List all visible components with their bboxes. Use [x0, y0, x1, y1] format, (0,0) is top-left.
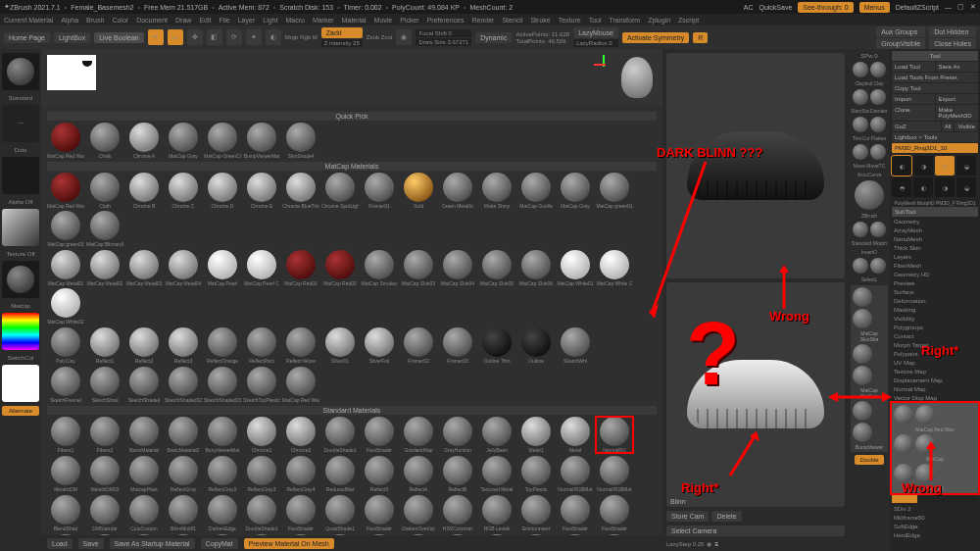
menu-render[interactable]: Render: [471, 17, 494, 24]
material-matcap-red01[interactable]: MatCap Red01: [282, 250, 319, 286]
material-outline-thin[interactable]: Outline Thin: [478, 327, 515, 364]
menu-preferences[interactable]: Preferences: [427, 17, 465, 24]
damian-brush[interactable]: [870, 89, 886, 105]
material-reflect2[interactable]: Reflect2: [125, 327, 163, 364]
material-fastshader[interactable]: FastShader: [557, 495, 594, 531]
import-button[interactable]: Import: [892, 94, 935, 104]
material-chrome-spotlight08[interactable]: Chrome SpotLight08: [321, 173, 359, 209]
material-darkenedge[interactable]: DarkenEdge: [204, 495, 241, 531]
minimize-icon[interactable]: —: [945, 4, 952, 11]
lazymouse-button[interactable]: LazyMouse: [573, 27, 618, 38]
standard-brush[interactable]: [853, 222, 868, 237]
bumpviewer-icon[interactable]: [853, 401, 872, 421]
material-matcap-metal01[interactable]: MatCap Metal01: [47, 250, 84, 286]
panel-thick-skin[interactable]: Thick Skin: [892, 244, 978, 252]
double-button[interactable]: Double: [855, 455, 883, 465]
panel-vector-disp-map[interactable]: Vector Disp Map: [892, 394, 978, 402]
bumpvi-b-icon[interactable]: [894, 464, 913, 483]
material-sketchshaded03[interactable]: SketchShaded03: [204, 367, 241, 403]
trimcurve-brush[interactable]: [853, 117, 868, 132]
goz-button[interactable]: GoZ: [892, 122, 941, 131]
damstandard-brush[interactable]: [853, 89, 868, 105]
smooth-brush[interactable]: [870, 258, 886, 274]
zsub-button[interactable]: Zsub: [367, 34, 379, 40]
material-sketchfresnel[interactable]: SketchFresnel: [47, 367, 84, 403]
panel-nanomesh[interactable]: NanoMesh: [892, 235, 978, 243]
material-slot[interactable]: [2, 261, 39, 298]
gizmo-icon[interactable]: ✦: [246, 29, 262, 45]
material-basicmaterial2[interactable]: BasicMaterial2: [165, 417, 202, 453]
edit-mode-icon[interactable]: ✏: [148, 29, 164, 45]
menu-file[interactable]: File: [219, 17, 229, 24]
axis-gizmo-icon[interactable]: [594, 55, 613, 75]
menu-tool[interactable]: Tool: [589, 17, 602, 24]
material-matcap-metal02[interactable]: MatCap Metal02: [86, 250, 123, 286]
lazystep-value[interactable]: LazyStep 0.25: [666, 541, 704, 547]
material-normalrgbmat[interactable]: NormalRGBMat: [557, 456, 594, 492]
material-chrome-e[interactable]: Chrome E: [243, 173, 280, 209]
material-framer02[interactable]: Framer02: [400, 327, 437, 364]
subtool-header[interactable]: SubTool: [892, 207, 978, 217]
material-toyplastic[interactable]: ToyPlastic: [517, 456, 555, 492]
menu-stroke[interactable]: Stroke: [530, 17, 550, 24]
quicksave-button[interactable]: QuickSave: [759, 4, 792, 11]
zbrush-brush[interactable]: [855, 180, 884, 210]
material-reflect1[interactable]: Reflect1: [86, 327, 123, 364]
panel-preview[interactable]: Preview: [892, 279, 978, 287]
material-framer01[interactable]: Framer01: [361, 173, 398, 209]
move-brush[interactable]: [853, 144, 868, 160]
loadtool-button[interactable]: Load Tool: [892, 62, 935, 72]
panel-fibermesh[interactable]: FiberMesh: [892, 262, 978, 270]
makepoly-button[interactable]: Make PolyMesh3D: [936, 105, 979, 121]
panel-displacement-map[interactable]: Displacement Map: [892, 376, 978, 384]
clay-brush[interactable]: [870, 62, 886, 77]
draw-mode-icon[interactable]: ▭: [168, 29, 183, 45]
material-doubleshade1[interactable]: DoubleShade1: [243, 495, 280, 531]
material-bunyviewermat[interactable]: BunyViewerMat: [204, 417, 241, 453]
brush-preview-icon[interactable]: ◉: [396, 29, 412, 45]
menu-alpha[interactable]: Alpha: [61, 17, 78, 24]
material-chrome1[interactable]: Chrome1: [243, 417, 280, 453]
sculptris-icon[interactable]: ◐: [266, 29, 281, 45]
cam-head-icon[interactable]: [621, 57, 653, 98]
texture-slot[interactable]: [2, 209, 39, 246]
document-area[interactable]: [41, 49, 662, 106]
material-fibers2[interactable]: Fibers2: [86, 417, 123, 453]
spray-icon[interactable]: ◉: [707, 540, 711, 547]
material-metal1[interactable]: Metal1: [517, 417, 555, 453]
auxgroups-button[interactable]: Aux Groups: [876, 26, 925, 37]
material-reflectpact[interactable]: ReflectPact: [243, 327, 280, 364]
material-basicmaterial[interactable]: BasicMaterial: [125, 417, 163, 453]
material-matcap-red-wax[interactable]: MatCap Red Wax: [47, 173, 84, 209]
material-cloth[interactable]: Cloth: [86, 173, 123, 209]
matcap-skinsha-icon[interactable]: [853, 287, 872, 307]
menu-macro[interactable]: Macro: [285, 17, 304, 24]
material-matcap-blizzardc[interactable]: MatCap BlizzardC: [86, 211, 123, 247]
groupvisible-button[interactable]: GroupVisible: [876, 38, 925, 49]
material-matcap-red-wax[interactable]: MatCap Red Wax: [282, 367, 319, 403]
material-matcap-gray[interactable]: MatCap Gray: [165, 123, 202, 159]
material-matcap-white02[interactable]: MatCap White02: [47, 288, 84, 325]
material-matcap-red02[interactable]: MatCap Red02: [321, 250, 359, 286]
material-silverfoil[interactable]: SilverFoil: [361, 327, 398, 364]
loadpreset-button[interactable]: Load Tools From Preset: [892, 73, 978, 82]
m-button[interactable]: M: [313, 34, 318, 40]
menu-layer[interactable]: Layer: [238, 17, 256, 24]
material-jellybean[interactable]: JellyBean: [478, 417, 515, 453]
material-reflectyellow[interactable]: ReflectYellow: [282, 327, 319, 364]
tool-thumb-3[interactable]: ▭: [935, 156, 955, 175]
panel-deformation[interactable]: Deformation: [892, 297, 978, 305]
material-normalrgbmat[interactable]: NormalRGBMat: [596, 456, 633, 492]
material-metalicdm[interactable]: MetalicDM: [47, 456, 84, 492]
material-matcap-skin03[interactable]: MatCap Skin03: [400, 250, 437, 286]
material-environment[interactable]: Environment: [517, 495, 555, 531]
preview-material-button[interactable]: Preview Material On Mesh: [244, 538, 334, 549]
sdiv-slider[interactable]: [892, 495, 978, 503]
menu-zscript[interactable]: Zscript: [678, 17, 699, 24]
material-matcap-green03[interactable]: MatCap green03: [47, 211, 84, 247]
secondary-color-slot[interactable]: [2, 365, 39, 402]
material-gold[interactable]: Gold: [400, 173, 437, 209]
material-reflectgray4[interactable]: ReflectGray4: [282, 456, 319, 492]
panel-arraymesh[interactable]: ArrayMesh: [892, 226, 978, 234]
material-fibers1[interactable]: Fibers1: [47, 417, 84, 453]
